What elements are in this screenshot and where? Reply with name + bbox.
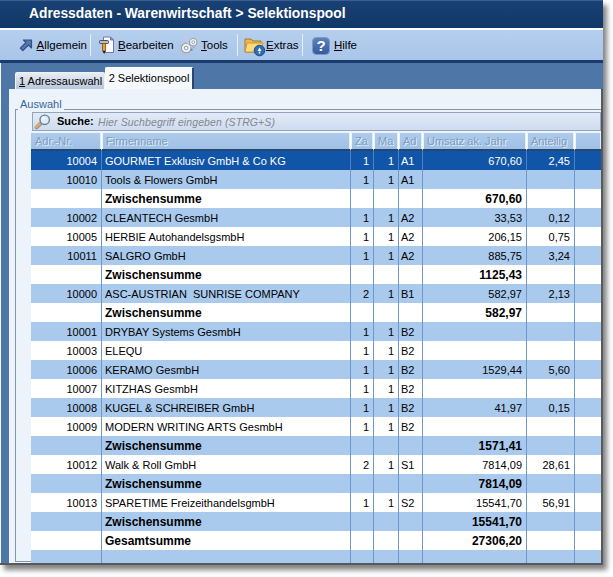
svg-text:?: ? [316, 37, 325, 54]
